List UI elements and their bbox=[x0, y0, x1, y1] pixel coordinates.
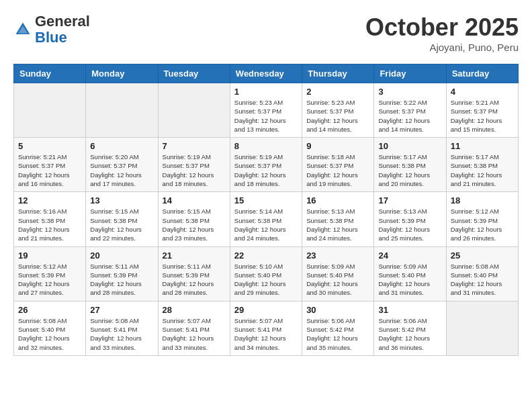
cell-sun-info: Sunrise: 5:09 AM Sunset: 5:40 PM Dayligh… bbox=[378, 262, 441, 298]
cell-sun-info: Sunrise: 5:08 AM Sunset: 5:41 PM Dayligh… bbox=[90, 316, 153, 352]
calendar-week-row: 5Sunrise: 5:21 AM Sunset: 5:37 PM Daylig… bbox=[14, 138, 519, 192]
cell-day-number: 14 bbox=[163, 195, 226, 205]
calendar-week-row: 12Sunrise: 5:16 AM Sunset: 5:38 PM Dayli… bbox=[14, 192, 519, 246]
cell-sun-info: Sunrise: 5:08 AM Sunset: 5:40 PM Dayligh… bbox=[451, 262, 514, 298]
cell-day-number: 30 bbox=[306, 305, 369, 315]
cell-sun-info: Sunrise: 5:21 AM Sunset: 5:37 PM Dayligh… bbox=[451, 98, 514, 134]
cell-sun-info: Sunrise: 5:20 AM Sunset: 5:37 PM Dayligh… bbox=[90, 152, 153, 188]
cell-sun-info: Sunrise: 5:14 AM Sunset: 5:38 PM Dayligh… bbox=[234, 207, 298, 242]
weekday-header: Thursday bbox=[302, 64, 374, 83]
logo-general-text: General bbox=[35, 13, 90, 30]
calendar-cell: 24Sunrise: 5:09 AM Sunset: 5:40 PM Dayli… bbox=[374, 246, 446, 301]
cell-sun-info: Sunrise: 5:12 AM Sunset: 5:39 PM Dayligh… bbox=[18, 262, 81, 298]
cell-day-number: 29 bbox=[234, 305, 298, 315]
cell-day-number: 2 bbox=[306, 87, 369, 97]
calendar-cell: 20Sunrise: 5:11 AM Sunset: 5:39 PM Dayli… bbox=[86, 246, 158, 301]
cell-day-number: 13 bbox=[90, 195, 153, 205]
calendar-cell: 17Sunrise: 5:13 AM Sunset: 5:39 PM Dayli… bbox=[374, 192, 446, 246]
cell-day-number: 15 bbox=[234, 195, 298, 205]
calendar-cell: 22Sunrise: 5:10 AM Sunset: 5:40 PM Dayli… bbox=[230, 246, 302, 301]
weekday-header: Wednesday bbox=[230, 64, 302, 83]
cell-sun-info: Sunrise: 5:15 AM Sunset: 5:38 PM Dayligh… bbox=[163, 207, 226, 242]
cell-day-number: 23 bbox=[306, 250, 369, 261]
calendar-cell: 1Sunrise: 5:23 AM Sunset: 5:37 PM Daylig… bbox=[230, 83, 302, 138]
cell-day-number: 17 bbox=[378, 195, 441, 205]
cell-day-number: 20 bbox=[90, 250, 153, 261]
weekday-header: Monday bbox=[86, 64, 158, 83]
cell-sun-info: Sunrise: 5:19 AM Sunset: 5:37 PM Dayligh… bbox=[234, 152, 298, 188]
calendar-cell: 15Sunrise: 5:14 AM Sunset: 5:38 PM Dayli… bbox=[230, 192, 302, 246]
calendar-week-row: 26Sunrise: 5:08 AM Sunset: 5:40 PM Dayli… bbox=[14, 301, 519, 355]
cell-sun-info: Sunrise: 5:23 AM Sunset: 5:37 PM Dayligh… bbox=[306, 98, 369, 134]
calendar-cell: 21Sunrise: 5:11 AM Sunset: 5:39 PM Dayli… bbox=[158, 246, 230, 301]
calendar-cell: 18Sunrise: 5:12 AM Sunset: 5:39 PM Dayli… bbox=[446, 192, 518, 246]
cell-day-number: 8 bbox=[234, 141, 298, 151]
calendar-cell bbox=[14, 83, 86, 138]
calendar-cell: 2Sunrise: 5:23 AM Sunset: 5:37 PM Daylig… bbox=[302, 83, 374, 138]
calendar-cell: 29Sunrise: 5:07 AM Sunset: 5:41 PM Dayli… bbox=[230, 301, 302, 355]
calendar-cell: 4Sunrise: 5:21 AM Sunset: 5:37 PM Daylig… bbox=[446, 83, 518, 138]
cell-sun-info: Sunrise: 5:06 AM Sunset: 5:42 PM Dayligh… bbox=[306, 316, 369, 352]
cell-day-number: 24 bbox=[378, 250, 441, 261]
cell-sun-info: Sunrise: 5:23 AM Sunset: 5:37 PM Dayligh… bbox=[234, 98, 298, 134]
cell-sun-info: Sunrise: 5:17 AM Sunset: 5:38 PM Dayligh… bbox=[451, 152, 514, 188]
cell-sun-info: Sunrise: 5:15 AM Sunset: 5:38 PM Dayligh… bbox=[90, 207, 153, 242]
calendar-cell: 16Sunrise: 5:13 AM Sunset: 5:38 PM Dayli… bbox=[302, 192, 374, 246]
cell-sun-info: Sunrise: 5:10 AM Sunset: 5:40 PM Dayligh… bbox=[234, 262, 298, 298]
cell-sun-info: Sunrise: 5:19 AM Sunset: 5:37 PM Dayligh… bbox=[163, 152, 226, 188]
calendar-cell: 26Sunrise: 5:08 AM Sunset: 5:40 PM Dayli… bbox=[14, 301, 86, 355]
calendar-cell: 12Sunrise: 5:16 AM Sunset: 5:38 PM Dayli… bbox=[14, 192, 86, 246]
logo-icon bbox=[13, 20, 32, 39]
calendar-cell: 7Sunrise: 5:19 AM Sunset: 5:37 PM Daylig… bbox=[158, 138, 230, 192]
cell-day-number: 22 bbox=[234, 250, 298, 261]
cell-sun-info: Sunrise: 5:11 AM Sunset: 5:39 PM Dayligh… bbox=[163, 262, 226, 298]
cell-day-number: 16 bbox=[306, 195, 369, 205]
calendar-cell: 11Sunrise: 5:17 AM Sunset: 5:38 PM Dayli… bbox=[446, 138, 518, 192]
weekday-header: Sunday bbox=[14, 64, 86, 83]
page-header: General Blue October 2025 Ajoyani, Puno,… bbox=[13, 13, 519, 53]
cell-day-number: 5 bbox=[18, 141, 81, 151]
cell-sun-info: Sunrise: 5:07 AM Sunset: 5:41 PM Dayligh… bbox=[234, 316, 298, 352]
cell-day-number: 3 bbox=[378, 87, 441, 97]
cell-sun-info: Sunrise: 5:13 AM Sunset: 5:38 PM Dayligh… bbox=[306, 207, 369, 242]
cell-day-number: 28 bbox=[163, 305, 226, 315]
cell-sun-info: Sunrise: 5:17 AM Sunset: 5:38 PM Dayligh… bbox=[378, 152, 441, 188]
calendar-cell: 3Sunrise: 5:22 AM Sunset: 5:37 PM Daylig… bbox=[374, 83, 446, 138]
weekday-header: Friday bbox=[374, 64, 446, 83]
cell-sun-info: Sunrise: 5:06 AM Sunset: 5:42 PM Dayligh… bbox=[378, 316, 441, 352]
calendar-cell: 10Sunrise: 5:17 AM Sunset: 5:38 PM Dayli… bbox=[374, 138, 446, 192]
cell-day-number: 9 bbox=[306, 141, 369, 151]
calendar-cell: 6Sunrise: 5:20 AM Sunset: 5:37 PM Daylig… bbox=[86, 138, 158, 192]
calendar-cell: 23Sunrise: 5:09 AM Sunset: 5:40 PM Dayli… bbox=[302, 246, 374, 301]
cell-day-number: 6 bbox=[90, 141, 153, 151]
calendar-cell: 19Sunrise: 5:12 AM Sunset: 5:39 PM Dayli… bbox=[14, 246, 86, 301]
cell-sun-info: Sunrise: 5:07 AM Sunset: 5:41 PM Dayligh… bbox=[163, 316, 226, 352]
cell-sun-info: Sunrise: 5:16 AM Sunset: 5:38 PM Dayligh… bbox=[18, 207, 81, 242]
cell-day-number: 21 bbox=[163, 250, 226, 261]
cell-day-number: 10 bbox=[378, 141, 441, 151]
cell-sun-info: Sunrise: 5:09 AM Sunset: 5:40 PM Dayligh… bbox=[306, 262, 369, 298]
cell-day-number: 31 bbox=[378, 305, 441, 315]
cell-day-number: 26 bbox=[18, 305, 81, 315]
cell-day-number: 27 bbox=[90, 305, 153, 315]
calendar-cell: 5Sunrise: 5:21 AM Sunset: 5:37 PM Daylig… bbox=[14, 138, 86, 192]
calendar-cell: 14Sunrise: 5:15 AM Sunset: 5:38 PM Dayli… bbox=[158, 192, 230, 246]
calendar-cell: 31Sunrise: 5:06 AM Sunset: 5:42 PM Dayli… bbox=[374, 301, 446, 355]
calendar-cell: 28Sunrise: 5:07 AM Sunset: 5:41 PM Dayli… bbox=[158, 301, 230, 355]
logo: General Blue bbox=[13, 13, 90, 46]
calendar-cell bbox=[86, 83, 158, 138]
cell-day-number: 1 bbox=[234, 87, 298, 97]
cell-sun-info: Sunrise: 5:11 AM Sunset: 5:39 PM Dayligh… bbox=[90, 262, 153, 298]
cell-day-number: 11 bbox=[451, 141, 514, 151]
title-block: October 2025 Ajoyani, Puno, Peru bbox=[365, 13, 519, 53]
calendar-cell bbox=[158, 83, 230, 138]
cell-sun-info: Sunrise: 5:18 AM Sunset: 5:37 PM Dayligh… bbox=[306, 152, 369, 188]
weekday-header: Saturday bbox=[446, 64, 518, 83]
calendar-cell: 13Sunrise: 5:15 AM Sunset: 5:38 PM Dayli… bbox=[86, 192, 158, 246]
cell-sun-info: Sunrise: 5:13 AM Sunset: 5:39 PM Dayligh… bbox=[378, 207, 441, 242]
calendar-cell: 9Sunrise: 5:18 AM Sunset: 5:37 PM Daylig… bbox=[302, 138, 374, 192]
logo-text: General Blue bbox=[35, 13, 90, 46]
cell-day-number: 18 bbox=[451, 195, 514, 205]
calendar-cell bbox=[446, 301, 518, 355]
cell-sun-info: Sunrise: 5:22 AM Sunset: 5:37 PM Dayligh… bbox=[378, 98, 441, 134]
